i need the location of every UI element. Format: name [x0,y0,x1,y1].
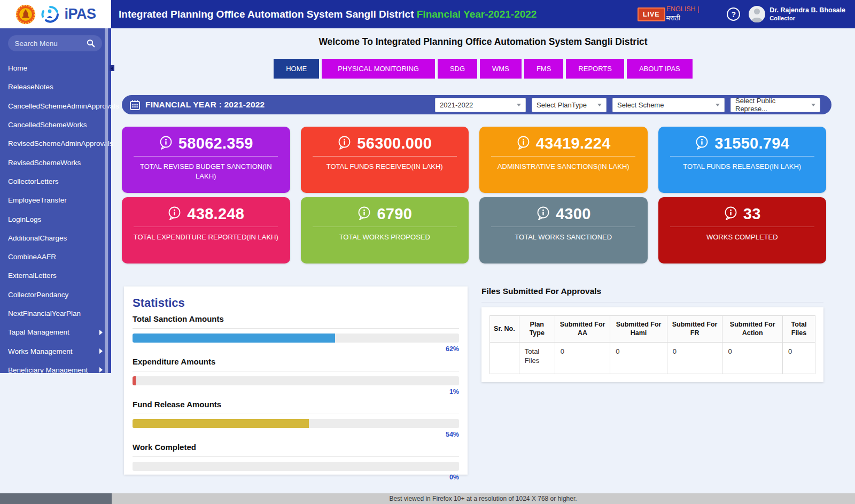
avatar[interactable] [749,6,765,22]
sidebar-item-revised-scheme-admin-approvals[interactable]: RevisedSchemeAdminApprovals [0,134,110,153]
sidebar-item-revised-scheme-works[interactable]: RevisedSchemeWorks [0,153,110,172]
cell-submitted-for-action: 0 [722,343,783,374]
sidebar-collapse-handle[interactable] [110,65,114,71]
language-english-link[interactable]: ENGLISH | [666,5,699,14]
card-label: ADMINISTRATIVE SANCTIONS(IN LAKH) [479,162,648,172]
card-value: 6790 [377,205,412,223]
card-label: TOTAL EXPENDITURE REPORTED(IN LAKH) [122,232,290,242]
card-value: 33 [743,205,761,223]
sidebar-item-beneficiary-management[interactable]: Beneficiary Management [0,361,110,379]
sidebar-item-works-management[interactable]: Works Management [0,342,110,360]
page-title: Integrated Planning Office Automation Sy… [119,9,537,20]
financial-year-label: FINANCIAL YEAR : 2021-2022 [145,100,265,110]
cell-submitted-for-hami: 0 [610,343,667,374]
col-header-submitted-for-action: Submitted For Action [722,316,783,343]
select-financial-year[interactable]: 2021-2022 [435,98,526,112]
card-label: TOTAL FUNDS RELEASED(IN LAKH) [658,162,827,172]
live-badge: LIVE [638,7,665,21]
tab-fms[interactable]: FMS [524,59,563,79]
caret-down-icon [716,104,720,106]
stat-percent: 1% [133,388,459,396]
sidebar-item-tapal-management[interactable]: Tapal Management [0,323,110,342]
stat-percent: 54% [133,431,459,438]
card-total-funds-released: 31550.794 TOTAL FUNDS RELEASED(IN LAKH) [658,127,827,193]
sidebar-item-additional-charges[interactable]: AdditionalCharges [0,229,110,247]
sidebar-item-employee-transfer[interactable]: EmployeeTransfer [0,191,110,210]
user-info[interactable]: Dr. Rajendra B. Bhosale Collector [770,6,845,22]
cell-plan-type: Total Files [519,343,555,374]
card-total-revised-budget-sanction: 58062.359 TOTAL REVISED BUDGET SANCTION(… [122,127,290,193]
card-label: WORKS COMPLETED [658,232,827,242]
select-plan-type[interactable]: Select PlanType [532,98,607,112]
sidebar-search[interactable] [8,35,102,51]
header-right-cluster: LIVE ENGLISH | मराठी ? Dr. Rajendra B. B… [638,5,855,23]
sidebar-item-cancelled-scheme-admin-approvals[interactable]: CancelledSchemeAdminApprovals [0,97,110,115]
files-approvals-section: Files Submitted For Approvals Sr. No. Pl… [481,286,823,382]
sidebar-item-next-financial-year-plan[interactable]: NextFinancialYearPlan [0,304,110,323]
horizontal-scrollbar-thumb[interactable] [0,493,112,504]
tab-wms[interactable]: WMS [480,59,522,79]
card-value: 31550.794 [714,135,789,152]
table-row: Total Files 0 0 0 0 0 [490,343,815,374]
card-label: TOTAL WORKS SANCTIONED [479,232,648,242]
caret-down-icon [597,104,602,106]
col-header-submitted-for-fr: Submitted For FR [667,316,722,343]
card-total-works-proposed: 6790 TOTAL WORKS PROPOSED [301,197,469,263]
tab-about-ipas[interactable]: ABOUT IPAS [627,59,693,79]
progress-bar-fund-release [133,419,459,428]
card-label: TOTAL REVISED BUDGET SANCTION(IN LAKH) [122,162,290,181]
stat-percent: 62% [133,345,459,353]
search-input[interactable] [15,40,84,48]
card-value: 4300 [556,205,591,223]
search-icon[interactable] [87,39,95,48]
card-total-expenditure-reported: 438.248 TOTAL EXPENDITURE REPORTED(IN LA… [122,197,290,263]
stat-label-total-sanction: Total Sanction Amounts [133,314,459,323]
sidebar-item-cancelled-scheme-works[interactable]: CancelledSchemeWorks [0,115,110,134]
stat-percent: 0% [133,474,459,481]
sidebar-item-external-letters[interactable]: ExternalLetters [0,266,110,285]
files-approvals-title: Files Submitted For Approvals [481,286,823,296]
col-header-submitted-for-hami: Submitted For Hami [610,316,667,343]
card-value: 43419.224 [536,135,611,152]
cell-submitted-for-fr: 0 [667,343,722,374]
chevron-right-icon [99,330,103,335]
language-switcher[interactable]: ENGLISH | मराठी [666,5,699,23]
footer-note: Best viewed in Firefox 10+ at a resoluti… [111,493,855,504]
caret-down-icon [811,104,815,106]
card-value: 56300.000 [357,135,432,152]
info-circle-icon [536,206,550,222]
tab-home[interactable]: HOME [274,59,319,79]
card-administrative-sanctions: 43419.224 ADMINISTRATIVE SANCTIONS(IN LA… [479,127,648,193]
info-circle-icon [337,135,352,152]
progress-bar-expenditure [133,376,459,385]
sidebar-item-collector-letters[interactable]: CollectorLetters [0,172,110,191]
govt-emblem-icon [15,4,36,25]
stat-label-fund-release: Fund Release Amounts [133,400,459,409]
sidebar-item-combine-aafr[interactable]: CombineAAFR [0,247,110,266]
sidebar: Home ReleaseNotes CancelledSchemeAdminAp… [0,28,111,373]
sidebar-item-home[interactable]: Home [0,59,110,77]
stat-label-work-completed: Work Completed [133,443,459,452]
col-header-submitted-for-aa: Submitted For AA [555,316,610,343]
progress-bar-total-sanction [133,334,459,343]
card-value: 438.248 [187,205,244,223]
select-scheme[interactable]: Select Scheme [612,98,725,112]
tab-physical-monitoring[interactable]: PHYSICAL MONITORING [322,59,435,79]
language-marathi-link[interactable]: मराठी [666,14,699,23]
sidebar-item-login-logs[interactable]: LoginLogs [0,210,110,228]
financial-year-filter-bar: FINANCIAL YEAR : 2021-2022 2021-2022 Sel… [122,95,831,114]
tab-reports[interactable]: REPORTS [566,59,624,79]
sidebar-item-release-notes[interactable]: ReleaseNotes [0,77,110,96]
info-circle-icon [724,206,738,222]
card-label: TOTAL WORKS PROPOSED [301,232,469,242]
card-label: TOTAL FUNDS RECEIVED(IN LAKH) [301,162,469,172]
statistics-title: Statistics [133,296,459,310]
stat-label-expenditure: Expenditure Amounts [133,357,459,366]
cell-submitted-for-aa: 0 [555,343,610,374]
select-public-representative[interactable]: Select Public Represe... [730,98,820,112]
user-name: Dr. Rajendra B. Bhosale [770,6,845,14]
chevron-right-icon [99,348,103,354]
help-icon[interactable]: ? [727,7,740,21]
tab-sdg[interactable]: SDG [438,59,477,79]
sidebar-item-collector-pendancy[interactable]: CollectorPendancy [0,285,110,304]
